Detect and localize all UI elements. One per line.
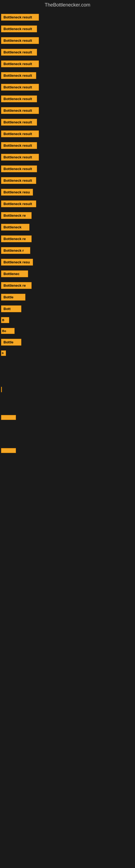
bottleneck-bar: B <box>1 317 9 323</box>
list-item: Bottleneck <box>0 222 135 233</box>
bottleneck-bar: Bo <box>1 328 14 334</box>
bottleneck-bar: Bottlenec <box>1 271 28 277</box>
list-item: Bottleneck result <box>0 82 135 93</box>
bottom-section <box>0 365 135 454</box>
list-item: Bottleneck result <box>0 12 135 23</box>
bottleneck-bar: Bottleneck result <box>1 142 37 149</box>
list-item: Bottleneck r <box>0 245 135 256</box>
thin-bar-row-1 <box>0 365 135 393</box>
list-item: B <box>0 315 135 325</box>
bottleneck-bar: Bottleneck result <box>1 49 37 56</box>
bottleneck-bar: Bottleneck result <box>1 72 36 79</box>
thin-bar <box>1 387 2 392</box>
list-item: Bott <box>0 303 135 314</box>
bottleneck-bar: Bottleneck result <box>1 95 37 102</box>
list-item: Bottle <box>0 291 135 303</box>
list-item: Bottlenec <box>0 268 135 279</box>
list-item: Bottleneck result <box>0 46 135 58</box>
bottleneck-bar: Bottleneck re <box>1 282 32 289</box>
bottleneck-bar: Bottleneck result <box>1 26 37 32</box>
bottleneck-bar: Bottleneck re <box>1 236 32 242</box>
bottleneck-bar: Bottleneck result <box>1 200 36 207</box>
bottleneck-bar: Bottleneck result <box>1 107 39 114</box>
list-item: Bottleneck resu <box>0 257 135 268</box>
bottleneck-bar: Bottleneck result <box>1 61 39 67</box>
site-title: TheBottlenecker.com <box>0 0 135 10</box>
bottleneck-bar: Bottleneck <box>1 224 30 230</box>
bottleneck-bar: Bottleneck result <box>1 130 39 137</box>
bottleneck-bar: Bottleneck result <box>1 14 39 21</box>
bottleneck-bar: Bottleneck re <box>1 212 32 219</box>
bottleneck-bar: Bottleneck result <box>1 37 39 44</box>
list-item: Bottleneck result <box>0 140 135 151</box>
bottleneck-bar: Bottle <box>1 339 21 346</box>
bottleneck-bar: Bottleneck resu <box>1 189 33 195</box>
bottleneck-bar: Bottleneck r <box>1 247 30 254</box>
bottleneck-bar: Bottleneck result <box>1 154 39 161</box>
thin-bar-row-2 <box>0 393 135 421</box>
list-item: Bottleneck re <box>0 280 135 291</box>
list-item: Bottleneck result <box>0 35 135 46</box>
list-item: Bottleneck resu <box>0 187 135 198</box>
thin-bar <box>1 448 16 453</box>
thin-bar-row-3 <box>0 421 135 454</box>
bottleneck-bar: Bottleneck result <box>1 119 37 126</box>
bottleneck-bar: Bott <box>1 305 21 312</box>
bottleneck-bar: Bottleneck result <box>1 177 36 184</box>
list-item: Bottleneck result <box>0 152 135 163</box>
list-item: Bottleneck re <box>0 210 135 221</box>
list-item: Bottleneck re <box>0 233 135 244</box>
list-item: Bottle <box>0 337 135 348</box>
list-item: Bottleneck result <box>0 58 135 69</box>
list-item: Bottleneck result <box>0 93 135 104</box>
bottleneck-list: Bottleneck result Bottleneck result Bott… <box>0 10 135 360</box>
list-item: Bo <box>0 326 135 336</box>
list-item: Bottleneck result <box>0 117 135 128</box>
list-item: Bottleneck result <box>0 70 135 81</box>
list-item: B <box>0 348 135 358</box>
bottleneck-bar: Bottleneck result <box>1 84 39 91</box>
list-item: Bottleneck result <box>0 105 135 116</box>
list-item: Bottleneck result <box>0 23 135 34</box>
bottleneck-bar: Bottle <box>1 294 26 301</box>
bottleneck-bar: B <box>1 350 6 356</box>
list-item: Bottleneck result <box>0 128 135 140</box>
bottleneck-bar: Bottleneck resu <box>1 259 33 266</box>
list-item: Bottleneck result <box>0 198 135 209</box>
list-item: Bottleneck result <box>0 175 135 186</box>
thin-bar <box>1 415 16 420</box>
bottleneck-bar: Bottleneck result <box>1 165 37 172</box>
list-item: Bottleneck result <box>0 163 135 175</box>
